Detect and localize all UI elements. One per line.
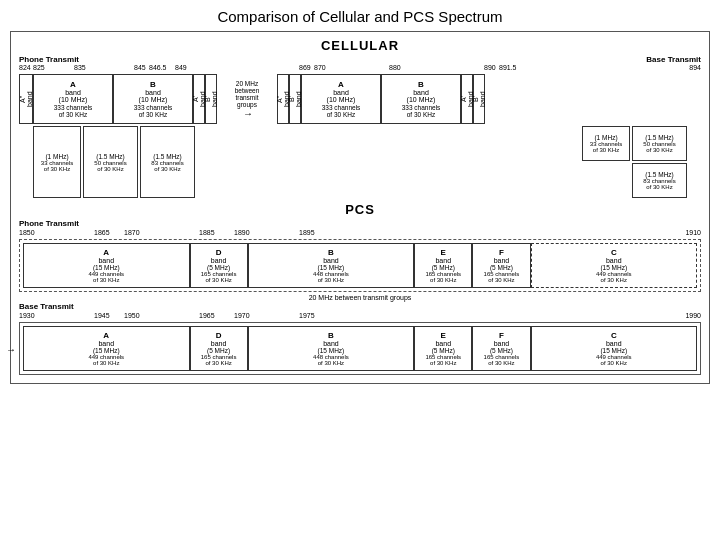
pcs-base-band-f: F band (5 MHz) 165 channelsof 30 KHz <box>472 326 530 371</box>
pcs-base-band-d: D band (5 MHz) 165 channelsof 30 KHz <box>190 326 248 371</box>
cellular-freq-row: 824 825 835 845 846.5 849 869 870 880 89… <box>19 64 701 74</box>
pcs-base-bands: → A band (15 MHz) 449 channelsof 30 KHz … <box>19 322 701 375</box>
cellular-section: CELLULAR Phone Transmit Base Transmit 82… <box>19 38 701 198</box>
pcs-base-band-c: C band (15 MHz) 449 channelsof 30 KHz <box>531 326 698 371</box>
pcs-phone-transmit: Phone Transmit <box>19 219 701 228</box>
sub-band-left-1: (1 MHz) 33 channelsof 30 KHz <box>33 126 81 198</box>
pcs-band-f: F band (5 MHz) 165 channelsof 30 KHz <box>472 243 530 288</box>
page-title: Comparison of Cellular and PCS Spectrum <box>217 8 502 25</box>
base-transmit-label: Base Transmit <box>646 55 701 64</box>
band-b-left: B band (10 MHz) 333 channelsof 30 KHz <box>113 74 193 124</box>
pcs-band-a: A band (15 MHz) 449 channelsof 30 KHz <box>23 243 190 288</box>
sub-band-left-3: (1.5 MHz) 83 channelsof 30 KHz <box>140 126 195 198</box>
cellular-label: CELLULAR <box>19 38 701 53</box>
pcs-base-band-b: B band (15 MHz) 448 channelsof 30 KHz <box>248 326 415 371</box>
band-b-prime-left: B'band <box>205 74 217 124</box>
gap-block: 20 MHzbetweentransmitgroups → <box>217 74 277 124</box>
band-a-double-prime: A"band <box>19 74 33 124</box>
cellular-transmit-labels: Phone Transmit Base Transmit <box>19 55 701 64</box>
pcs-band-b: B band (15 MHz) 448 channelsof 30 KHz <box>248 243 415 288</box>
sub-band-left-2: (1.5 MHz) 50 channelsof 30 KHz <box>83 126 138 198</box>
pcs-label: PCS <box>19 202 701 217</box>
diagram-container: CELLULAR Phone Transmit Base Transmit 82… <box>10 31 710 384</box>
pcs-phone-bands: A band (15 MHz) 449 channelsof 30 KHz D … <box>19 239 701 292</box>
band-b-prime-right: B'band <box>473 74 485 124</box>
sub-band-right-2: (1.5 MHz) 50 channelsof 30 KHz <box>632 126 687 161</box>
pcs-band-e: E band (5 MHz) 165 channelsof 30 KHz <box>414 243 472 288</box>
phone-transmit-label: Phone Transmit <box>19 55 79 64</box>
cellular-sub-bands: (1 MHz) 33 channelsof 30 KHz (1.5 MHz) 5… <box>19 126 701 198</box>
cellular-main-bands: A"band A band (10 MHz) 333 channelsof 30… <box>19 74 701 124</box>
pcs-base-band-e: E band (5 MHz) 165 channelsof 30 KHz <box>414 326 472 371</box>
pcs-base-band-a: A band (15 MHz) 449 channelsof 30 KHz <box>23 326 190 371</box>
band-a-left: A band (10 MHz) 333 channelsof 30 KHz <box>33 74 113 124</box>
sub-band-right-1: (1 MHz) 33 channelsof 30 KHz <box>582 126 630 161</box>
pcs-gap-note: 20 MHz between transmit groups <box>19 294 701 301</box>
pcs-phone-freq-row: 1850 1865 1870 1885 1890 1895 1910 <box>19 229 701 239</box>
pcs-band-c: C band (15 MHz) 449 channelsof 30 KHz <box>531 243 698 288</box>
pcs-section: PCS Phone Transmit 1850 1865 1870 1885 1… <box>19 202 701 375</box>
band-b-right: B band (10 MHz) 333 channelsof 30 KHz <box>381 74 461 124</box>
sub-band-right-3: (1.5 MHz) 83 channelsof 30 KHz <box>632 163 687 198</box>
pcs-band-d: D band (5 MHz) 165 channelsof 30 KHz <box>190 243 248 288</box>
pcs-base-transmit: Base Transmit <box>19 302 701 311</box>
pcs-base-freq-row: 1930 1945 1950 1965 1970 1975 1990 <box>19 312 701 322</box>
band-b-prime-right2: B'band <box>289 74 301 124</box>
band-a-right: A band (10 MHz) 333 channelsof 30 KHz <box>301 74 381 124</box>
